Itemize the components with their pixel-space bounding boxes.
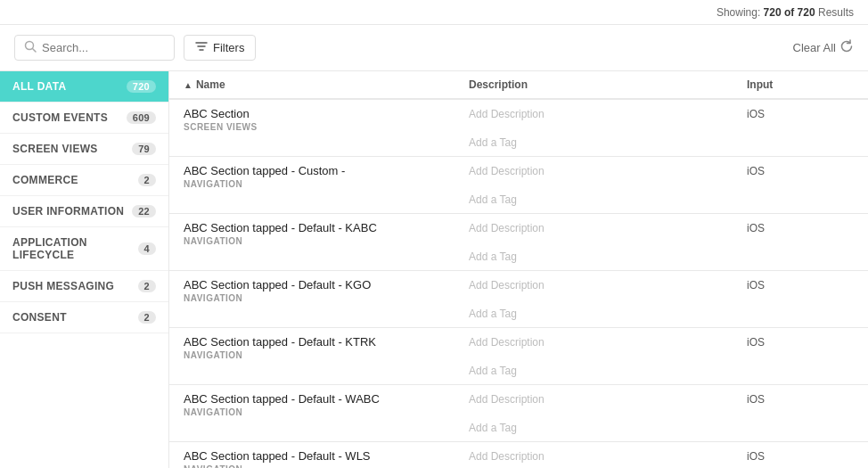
cell-description[interactable]: Add Description <box>469 107 747 132</box>
add-description[interactable]: Add Description <box>469 391 545 407</box>
search-box[interactable] <box>14 35 175 61</box>
input-badge: iOS <box>747 279 765 291</box>
cell-tag[interactable]: Add a Tag <box>469 307 747 320</box>
cell-input: iOS <box>747 107 854 132</box>
search-input[interactable] <box>42 41 165 54</box>
cell-description[interactable]: Add Description <box>469 449 747 468</box>
table-row: ABC Section tapped - Default - WLS NAVIG… <box>169 442 868 468</box>
top-bar: Showing: 720 of 720 Results <box>0 0 868 25</box>
event-name: ABC Section tapped - Default - WLS <box>184 449 469 463</box>
sidebar-item-label: PUSH MESSAGING <box>12 280 114 292</box>
add-description[interactable]: Add Description <box>469 277 545 293</box>
input-badge: iOS <box>747 450 765 463</box>
table-row: ABC Section tapped - Default - WABC NAVI… <box>169 385 868 442</box>
event-name: ABC Section tapped - Default - KGO <box>184 278 469 291</box>
event-name: ABC Section tapped - Default - KABC <box>184 221 469 234</box>
event-category: SCREEN VIEWS <box>184 122 469 132</box>
event-category: NAVIGATION <box>184 464 469 468</box>
cell-name: ABC Section tapped - Default - KTRK NAVI… <box>184 335 469 360</box>
sidebar-item-badge: 79 <box>132 143 156 155</box>
th-name: ▲ Name <box>184 78 469 91</box>
table-row: ABC Section tapped - Default - KABC NAVI… <box>169 214 868 271</box>
cell-input: iOS <box>747 392 854 417</box>
sidebar-item-badge: 609 <box>127 111 156 124</box>
add-tag[interactable]: Add a Tag <box>469 249 517 265</box>
sidebar-item-label: SCREEN VIEWS <box>12 143 98 155</box>
sidebar-item-consent[interactable]: CONSENT 2 <box>0 302 168 333</box>
cell-name: ABC Section tapped - Custom - NAVIGATION <box>184 164 469 189</box>
input-badge: iOS <box>747 165 765 177</box>
sidebar-item-badge: 2 <box>138 280 156 292</box>
cell-tag[interactable]: Add a Tag <box>469 193 747 206</box>
event-category: NAVIGATION <box>184 293 469 303</box>
add-description[interactable]: Add Description <box>469 220 545 236</box>
event-name: ABC Section tapped - Default - WABC <box>184 392 469 406</box>
sidebar-item-user-information[interactable]: USER INFORMATION 22 <box>0 196 168 227</box>
tag-input-spacer <box>747 135 854 149</box>
cell-name: ABC Section SCREEN VIEWS <box>184 107 469 132</box>
event-category: NAVIGATION <box>184 179 469 189</box>
cell-input: iOS <box>747 449 854 468</box>
add-description[interactable]: Add Description <box>469 334 545 350</box>
table-row-main: ABC Section tapped - Default - WABC NAVI… <box>169 385 868 419</box>
sidebar-item-all-data[interactable]: ALL DATA 720 <box>0 71 168 103</box>
add-tag[interactable]: Add a Tag <box>469 192 517 208</box>
event-category: NAVIGATION <box>184 407 469 417</box>
cell-tag[interactable]: Add a Tag <box>469 250 747 263</box>
tag-name-spacer <box>184 421 469 434</box>
cell-description[interactable]: Add Description <box>469 335 747 360</box>
add-tag[interactable]: Add a Tag <box>469 306 517 322</box>
add-description[interactable]: Add Description <box>469 448 545 464</box>
add-description[interactable]: Add Description <box>469 163 545 179</box>
filter-button[interactable]: Filters <box>184 35 256 61</box>
event-category: NAVIGATION <box>184 350 469 360</box>
tag-name-spacer <box>184 193 469 206</box>
table-row-main: ABC Section tapped - Default - KABC NAVI… <box>169 214 868 248</box>
table-area: ▲ Name Description Input ABC Section SCR… <box>169 71 868 468</box>
input-badge: iOS <box>747 222 765 234</box>
tag-name-spacer <box>184 135 469 149</box>
sidebar-item-label: COMMERCE <box>12 174 78 186</box>
col-description-label: Description <box>469 78 528 91</box>
th-description: Description <box>469 78 747 91</box>
sidebar-item-custom-events[interactable]: CUSTOM EVENTS 609 <box>0 103 168 134</box>
tag-input-spacer <box>747 307 854 320</box>
cell-description[interactable]: Add Description <box>469 392 747 417</box>
showing-count: 720 of 720 <box>764 6 815 19</box>
sidebar-item-badge: 720 <box>127 80 156 93</box>
cell-input: iOS <box>747 221 854 246</box>
col-name-label: Name <box>196 78 225 91</box>
sidebar-item-screen-views[interactable]: SCREEN VIEWS 79 <box>0 134 168 165</box>
clear-all-button[interactable]: Clear All <box>793 39 854 56</box>
add-tag[interactable]: Add a Tag <box>469 420 517 436</box>
th-input: Input <box>747 78 854 91</box>
add-tag[interactable]: Add a Tag <box>469 363 517 379</box>
table-row: ABC Section tapped - Custom - NAVIGATION… <box>169 157 868 214</box>
sidebar-item-application-lifecycle[interactable]: APPLICATION LIFECYCLE 4 <box>0 227 168 271</box>
cell-description[interactable]: Add Description <box>469 278 747 303</box>
tag-name-spacer <box>184 307 469 320</box>
cell-description[interactable]: Add Description <box>469 221 747 246</box>
add-tag[interactable]: Add a Tag <box>469 135 517 151</box>
table-row-main: ABC Section SCREEN VIEWS Add Description… <box>169 100 868 134</box>
add-description[interactable]: Add Description <box>469 106 545 122</box>
table-header: ▲ Name Description Input <box>169 71 868 100</box>
input-badge: iOS <box>747 336 765 349</box>
sidebar-item-commerce[interactable]: COMMERCE 2 <box>0 165 168 196</box>
sidebar-item-badge: 2 <box>138 311 156 324</box>
sidebar-item-push-messaging[interactable]: PUSH MESSAGING 2 <box>0 271 168 302</box>
cell-tag[interactable]: Add a Tag <box>469 135 747 149</box>
cell-description[interactable]: Add Description <box>469 164 747 189</box>
table-row-tag: Add a Tag <box>169 191 868 213</box>
cell-input: iOS <box>747 335 854 360</box>
cell-name: ABC Section tapped - Default - KGO NAVIG… <box>184 278 469 303</box>
filter-icon <box>195 40 208 55</box>
cell-input: iOS <box>747 164 854 189</box>
table-row: ABC Section SCREEN VIEWS Add Description… <box>169 100 868 157</box>
cell-input: iOS <box>747 278 854 303</box>
tag-input-spacer <box>747 421 854 434</box>
table-row-main: ABC Section tapped - Custom - NAVIGATION… <box>169 157 868 191</box>
cell-tag[interactable]: Add a Tag <box>469 421 747 434</box>
tag-input-spacer <box>747 193 854 206</box>
cell-tag[interactable]: Add a Tag <box>469 364 747 377</box>
